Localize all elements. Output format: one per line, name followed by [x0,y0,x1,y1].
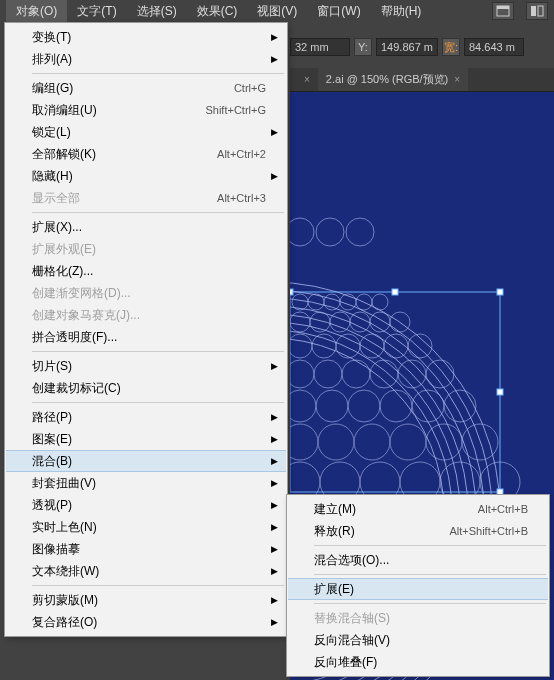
svg-point-45 [444,390,476,422]
menu-unlock-all[interactable]: 全部解锁(K)Alt+Ctrl+2 [6,143,286,165]
svg-point-51 [462,424,498,460]
submenu-arrow-icon: ▶ [271,544,278,554]
y-value[interactable]: 149.867 m [376,38,438,56]
submenu-reverse-front-back[interactable]: 反向堆叠(F) [288,651,548,673]
submenu-arrow-icon: ▶ [271,500,278,510]
submenu-arrow-icon: ▶ [271,478,278,488]
menu-gradient-mesh: 创建渐变网格(D)... [6,282,286,304]
svg-point-30 [336,334,360,358]
menu-expand[interactable]: 扩展(X)... [6,216,286,238]
menu-hide[interactable]: 隐藏(H)▶ [6,165,286,187]
submenu-arrow-icon: ▶ [271,617,278,627]
tab-1[interactable]: × [290,70,318,89]
menu-object[interactable]: 对象(O) [6,0,67,23]
close-icon[interactable]: × [454,74,460,85]
menu-view[interactable]: 视图(V) [247,0,307,23]
menu-slice[interactable]: 切片(S)▶ [6,355,286,377]
shortcut: Ctrl+G [234,82,266,94]
menu-arrange[interactable]: 排列(A)▶ [6,48,286,70]
menu-show-all: 显示全部Alt+Ctrl+3 [6,187,286,209]
w-label: 宽: [442,38,460,56]
svg-point-21 [372,294,388,310]
svg-point-50 [426,424,462,460]
x-value[interactable]: 32 mm [290,38,350,56]
menu-pattern[interactable]: 图案(E)▶ [6,428,286,450]
menu-perspective[interactable]: 透视(P)▶ [6,494,286,516]
menu-clipping-mask[interactable]: 剪切蒙版(M)▶ [6,589,286,611]
submenu-arrow-icon: ▶ [271,127,278,137]
svg-point-22 [290,312,310,332]
menu-flatten-transparency[interactable]: 拼合透明度(F)... [6,326,286,348]
menu-object-mosaic: 创建对象马赛克(J)... [6,304,286,326]
menu-window[interactable]: 窗口(W) [307,0,370,23]
arrange-icon[interactable] [526,2,548,20]
menu-text-wrap[interactable]: 文本绕排(W)▶ [6,560,286,582]
svg-point-14 [316,218,344,246]
svg-point-41 [316,390,348,422]
document-tabs: × 2.ai @ 150% (RGB/预览) × [290,68,554,92]
submenu-arrow-icon: ▶ [271,54,278,64]
svg-point-48 [354,424,390,460]
submenu-reverse-spine[interactable]: 反向混合轴(V) [288,629,548,651]
menu-compound-path[interactable]: 复合路径(O)▶ [6,611,286,633]
tab-2[interactable]: 2.ai @ 150% (RGB/预览) × [318,68,468,91]
svg-rect-59 [392,289,398,295]
svg-point-31 [360,334,384,358]
separator [314,545,546,546]
submenu-expand[interactable]: 扩展(E) [288,578,548,600]
menu-select[interactable]: 选择(S) [127,0,187,23]
submenu-arrow-icon: ▶ [271,456,278,466]
svg-rect-60 [497,289,503,295]
submenu-arrow-icon: ▶ [271,412,278,422]
svg-point-36 [342,360,370,388]
menu-expand-appearance: 扩展外观(E) [6,238,286,260]
svg-point-29 [312,334,336,358]
tab-label: 2.ai @ 150% (RGB/预览) [326,72,448,87]
menu-transform[interactable]: 变换(T)▶ [6,26,286,48]
menu-ungroup[interactable]: 取消编组(U)Shift+Ctrl+G [6,99,286,121]
blend-submenu: 建立(M)Alt+Ctrl+B 释放(R)Alt+Shift+Ctrl+B 混合… [286,494,550,677]
shortcut: Alt+Ctrl+2 [217,148,266,160]
menu-lock[interactable]: 锁定(L)▶ [6,121,286,143]
svg-point-35 [314,360,342,388]
workspace-icon[interactable] [492,2,514,20]
menu-help[interactable]: 帮助(H) [371,0,432,23]
menu-rasterize[interactable]: 栅格化(Z)... [6,260,286,282]
separator [32,585,284,586]
menu-effect[interactable]: 效果(C) [187,0,248,23]
submenu-arrow-icon: ▶ [271,566,278,576]
svg-point-46 [290,424,318,460]
close-icon[interactable]: × [304,74,310,85]
submenu-arrow-icon: ▶ [271,32,278,42]
separator [314,603,546,604]
svg-point-40 [290,390,316,422]
w-value[interactable]: 84.643 m [464,38,524,56]
svg-rect-1 [497,6,509,9]
menu-live-paint[interactable]: 实时上色(N)▶ [6,516,286,538]
menu-path[interactable]: 路径(P)▶ [6,406,286,428]
submenu-release[interactable]: 释放(R)Alt+Shift+Ctrl+B [288,520,548,542]
options-bar: 32 mm Y: 149.867 m 宽: 84.643 m [290,34,550,60]
shortcut: Alt+Ctrl+3 [217,192,266,204]
submenu-arrow-icon: ▶ [271,434,278,444]
shortcut: Alt+Shift+Ctrl+B [449,525,528,537]
separator [314,574,546,575]
submenu-make[interactable]: 建立(M)Alt+Ctrl+B [288,498,548,520]
submenu-arrow-icon: ▶ [271,361,278,371]
svg-point-42 [348,390,380,422]
menu-envelope-distort[interactable]: 封套扭曲(V)▶ [6,472,286,494]
menubar: 对象(O) 文字(T) 选择(S) 效果(C) 视图(V) 窗口(W) 帮助(H… [0,0,554,22]
svg-point-34 [290,360,314,388]
svg-point-28 [290,334,312,358]
svg-point-13 [290,218,314,246]
svg-point-25 [350,312,370,332]
menu-image-trace[interactable]: 图像描摹▶ [6,538,286,560]
menu-group[interactable]: 编组(G)Ctrl+G [6,77,286,99]
shortcut: Alt+Ctrl+B [478,503,528,515]
menu-blend[interactable]: 混合(B)▶ [6,450,286,472]
submenu-options[interactable]: 混合选项(O)... [288,549,548,571]
separator [32,73,284,74]
menu-crop-marks[interactable]: 创建裁切标记(C) [6,377,286,399]
svg-rect-58 [290,289,293,295]
menu-type[interactable]: 文字(T) [67,0,126,23]
